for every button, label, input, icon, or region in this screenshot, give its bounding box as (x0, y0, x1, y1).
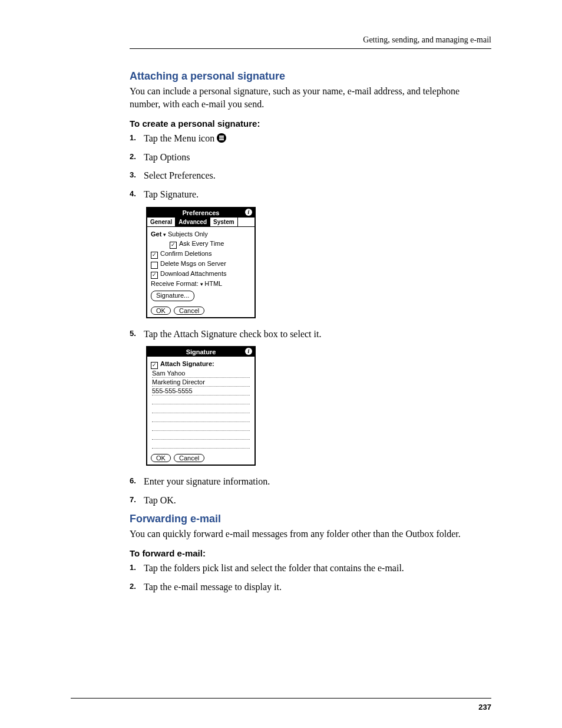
checkbox-delete-icon[interactable] (151, 262, 158, 269)
tab-system[interactable]: System (210, 218, 238, 226)
footer-rule (71, 698, 491, 699)
menu-icon (217, 133, 226, 143)
step-4: 4.Tap Signature. (130, 188, 491, 201)
signature-titlebar: Signature i (147, 347, 254, 357)
step-4-text: Tap Signature. (144, 189, 199, 199)
sig-line-1[interactable]: Sam Yahoo (152, 370, 250, 378)
download-label: Download Attachments (160, 270, 227, 277)
heading-attaching-signature: Attaching a personal signature (130, 70, 491, 83)
tab-advanced[interactable]: Advanced (176, 218, 210, 226)
pref-format-row[interactable]: Receive Format: HTML (151, 279, 251, 288)
intro-para-2: You can quickly forward e-mail messages … (130, 528, 491, 541)
attach-signature-label: Attach Signature: (160, 360, 214, 367)
steps-list-1: 1.Tap the Menu icon 2.Tap Options 3.Sele… (130, 132, 491, 200)
pref-ask-row[interactable]: ✓Ask Every Time (151, 239, 251, 249)
steps-list-1b: 5.Tap the Attach Signature check box to … (130, 328, 491, 341)
signature-button[interactable]: Signature... (151, 291, 194, 301)
steps-list-1c: 6.Enter your signature information. 7.Ta… (130, 475, 491, 506)
sig-line-3[interactable]: 555-555-5555 (152, 387, 250, 396)
sig-line-2[interactable]: Marketing Director (152, 378, 250, 387)
get-dropdown[interactable]: Subjects Only (163, 230, 207, 238)
sig-line-blank[interactable] (152, 396, 250, 404)
confirm-label: Confirm Deletions (160, 250, 211, 257)
step-2: 2.Tap Options (130, 151, 491, 164)
checkbox-attach-icon[interactable]: ✓ (151, 362, 158, 369)
step-1: 1.Tap the Menu icon (130, 132, 491, 145)
checkbox-download-icon[interactable]: ✓ (151, 272, 158, 279)
subhead-forward-email: To forward e-mail: (130, 548, 491, 558)
prefs-ok-button[interactable]: OK (151, 307, 171, 315)
step-7: 7.Tap OK. (130, 494, 491, 507)
sig-cancel-button[interactable]: Cancel (174, 454, 204, 462)
checkbox-confirm-icon[interactable]: ✓ (151, 252, 158, 259)
fwd-step-1-text: Tap the folders pick list and select the… (144, 563, 404, 573)
pref-download-row[interactable]: ✓Download Attachments (151, 269, 251, 279)
delete-label: Delete Msgs on Server (160, 260, 226, 267)
fwd-step-2: 2.Tap the e-mail message to display it. (130, 581, 491, 594)
signature-title-text: Signature (186, 348, 216, 355)
pref-get-row[interactable]: Get Subjects Only (151, 230, 251, 239)
preferences-tabs: General Advanced System (147, 218, 254, 227)
fwd-step-1: 1.Tap the folders pick list and select t… (130, 562, 491, 575)
sig-line-blank[interactable] (152, 440, 250, 449)
signature-dialog: Signature i ✓Attach Signature: Sam Yahoo… (146, 346, 256, 466)
receive-format-label: Receive Format: (151, 280, 199, 287)
tab-general[interactable]: General (147, 218, 176, 226)
pref-confirm-row[interactable]: ✓Confirm Deletions (151, 249, 251, 259)
intro-para-1: You can include a personal signature, su… (130, 85, 491, 110)
info-icon[interactable]: i (245, 209, 252, 216)
sig-line-blank[interactable] (152, 405, 250, 413)
step-3-text: Select Preferences. (144, 170, 216, 180)
steps-list-2: 1.Tap the folders pick list and select t… (130, 562, 491, 593)
sig-line-blank[interactable] (152, 431, 250, 440)
info-icon[interactable]: i (245, 348, 252, 355)
sig-line-blank[interactable] (152, 414, 250, 422)
step-5-text: Tap the Attach Signature check box to se… (144, 329, 321, 339)
get-label: Get (151, 230, 161, 238)
preferences-title-text: Preferences (183, 209, 220, 216)
step-2-text: Tap Options (144, 152, 190, 162)
sig-line-blank[interactable] (152, 423, 250, 431)
step-6: 6.Enter your signature information. (130, 475, 491, 488)
ask-label: Ask Every Time (179, 240, 224, 247)
step-5: 5.Tap the Attach Signature check box to … (130, 328, 491, 341)
preferences-dialog: Preferences i General Advanced System Ge… (146, 207, 256, 318)
doc-header: Getting, sending, and managing e-mail (130, 35, 491, 49)
receive-format-dropdown[interactable]: HTML (200, 280, 222, 287)
heading-forwarding: Forwarding e-mail (130, 513, 491, 525)
subhead-create-signature: To create a personal signature: (130, 118, 491, 129)
attach-signature-row[interactable]: ✓Attach Signature: (151, 360, 251, 369)
checkbox-ask-icon[interactable]: ✓ (170, 242, 177, 249)
step-7-text: Tap OK. (144, 495, 176, 505)
fwd-step-2-text: Tap the e-mail message to display it. (144, 582, 282, 592)
page-number: 237 (478, 703, 491, 711)
preferences-titlebar: Preferences i (147, 208, 254, 218)
prefs-cancel-button[interactable]: Cancel (174, 307, 204, 315)
pref-delete-row[interactable]: Delete Msgs on Server (151, 259, 251, 269)
step-6-text: Enter your signature information. (144, 476, 270, 486)
sig-ok-button[interactable]: OK (151, 454, 171, 462)
step-1-text: Tap the Menu icon (144, 133, 214, 143)
step-3: 3.Select Preferences. (130, 169, 491, 182)
signature-textarea[interactable]: Sam Yahoo Marketing Director 555-555-555… (151, 370, 251, 449)
